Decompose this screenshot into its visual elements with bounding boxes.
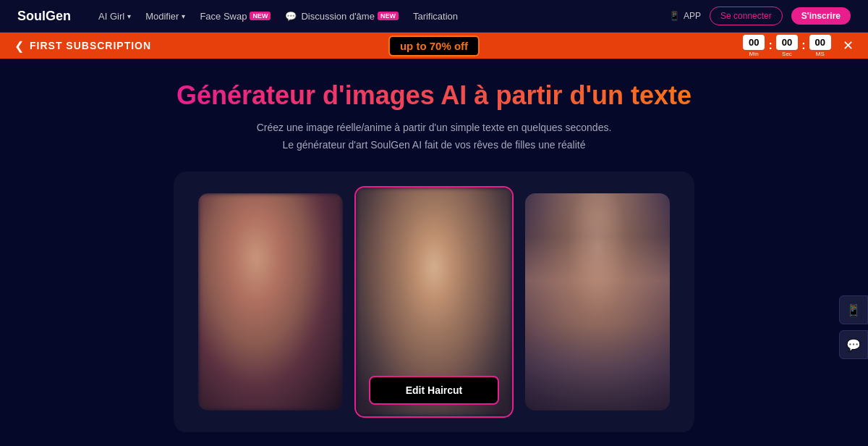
app-side-button[interactable]: 📱 [839,295,868,324]
chat-side-button[interactable]: 💬 [839,330,868,359]
promo-title: FIRST SUBSCRIPTION [30,40,151,51]
chat-side-icon: 💬 [846,338,861,352]
promo-offer[interactable]: up to 70% off [388,35,480,56]
hero-title: Générateur d'images AI à partir d'un tex… [176,80,692,111]
nav-item-discussion[interactable]: 💬 Discussion d'âme NEW [285,11,398,22]
prev-arrow[interactable]: ❮ [14,39,24,53]
face-overlay [525,193,670,411]
card-left [198,193,343,411]
chevron-down-icon: ▾ [182,12,185,20]
timer-minutes: 00 Sec [776,35,798,57]
timer-separator: : [768,40,772,51]
discussion-icon: 💬 [285,11,297,22]
cards-container: Edit Haircut [174,172,694,432]
chevron-down-icon: ▾ [127,12,131,20]
nav-item-ai-girl[interactable]: AI Girl ▾ [98,11,131,22]
close-button[interactable]: ✕ [843,39,854,52]
card-center: Edit Haircut [354,186,514,418]
edit-haircut-button[interactable]: Edit Haircut [369,376,499,405]
phone-side-icon: 📱 [846,303,861,317]
login-button[interactable]: Se connecter [710,7,783,25]
new-badge-discussion: NEW [378,12,399,20]
promo-left: ❮ FIRST SUBSCRIPTION [14,39,151,53]
hero-section: Générateur d'images AI à partir d'un tex… [0,59,868,446]
promo-timer: 00 Min : 00 Sec : 00 MS ✕ [743,35,854,57]
image-blurred-left [198,193,343,411]
hero-subtitle: Créez une image réelle/anime à partir d'… [257,119,612,154]
logo[interactable]: SoulGen [17,9,71,24]
nav-links: AI Girl ▾ Modifier ▾ Face Swap NEW 💬 Dis… [98,11,649,22]
card-right [525,193,670,411]
timer-separator-2: : [801,40,805,51]
phone-icon: 📱 [669,11,680,21]
signup-button[interactable]: S'inscrire [791,7,851,25]
nav-item-tarification[interactable]: Tarification [413,11,458,22]
promo-banner: ❮ FIRST SUBSCRIPTION up to 70% off 00 Mi… [0,33,868,59]
timer-hours: 00 Min [743,35,765,57]
offer-value: 70% [430,40,451,52]
timer-seconds: 00 MS [809,35,831,57]
side-buttons: 📱 💬 [839,295,868,359]
nav-right: 📱 APP Se connecter S'inscrire [669,7,851,25]
nav-item-modifier[interactable]: Modifier ▾ [145,11,185,22]
nav-item-face-swap[interactable]: Face Swap NEW [200,11,271,22]
new-badge: NEW [250,12,271,20]
app-button[interactable]: 📱 APP [669,11,701,21]
navbar: SoulGen AI Girl ▾ Modifier ▾ Face Swap N… [0,0,868,33]
